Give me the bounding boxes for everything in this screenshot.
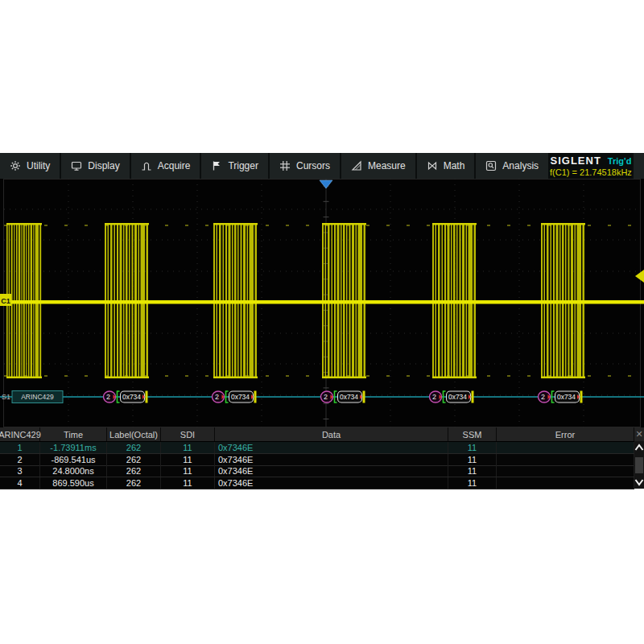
cell-data: 0x7346E — [215, 465, 448, 477]
table-scrollbar[interactable] — [634, 441, 644, 489]
cell-error — [497, 442, 634, 453]
page: UtilityDisplayAcquireTriggerCursorsMeasu… — [0, 0, 644, 644]
menu-bar: UtilityDisplayAcquireTriggerCursorsMeasu… — [0, 153, 644, 179]
table-header-row: ARINC429TimeLabel(Octal)SDIDataSSMError — [0, 427, 634, 442]
cell-error — [497, 477, 634, 489]
svg-text:ARINC429: ARINC429 — [21, 393, 54, 401]
menu-item-measure[interactable]: Measure — [341, 153, 417, 179]
acquire-wave-icon — [141, 160, 152, 171]
flag-icon — [211, 160, 222, 171]
cell-label: 262 — [107, 454, 161, 465]
svg-text:0x734: 0x734 — [340, 393, 358, 401]
svg-text:2: 2 — [432, 393, 436, 401]
menu-item-analysis[interactable]: Analysis — [476, 153, 550, 179]
decode-result-table: ARINC429TimeLabel(Octal)SDIDataSSMError … — [0, 427, 644, 489]
frequency-readout: f(C1) = 21.74518kHz — [550, 167, 632, 177]
cell-num: 4 — [0, 477, 40, 489]
table-row[interactable]: 324.8000ns262110x7346E11 — [0, 465, 634, 477]
cell-num: 2 — [0, 454, 40, 465]
cell-data: 0x7346E — [215, 442, 448, 453]
column-header-sdi[interactable]: SDI — [161, 427, 215, 441]
cell-ssm: 11 — [448, 465, 497, 477]
cell-ssm: 11 — [448, 454, 497, 465]
menu-item-label: Math — [444, 160, 465, 171]
menu-item-math[interactable]: Math — [417, 153, 477, 179]
menu-item-label: Trigger — [228, 160, 258, 171]
svg-text:0x734: 0x734 — [122, 393, 141, 401]
bowtie-math-icon — [427, 160, 438, 171]
table-row[interactable]: 2-869.541us262110x7346E11 — [0, 454, 634, 466]
cell-sdi: 11 — [161, 454, 215, 465]
menu-item-cursors[interactable]: Cursors — [270, 153, 341, 179]
chevron-up-icon[interactable] — [634, 441, 644, 454]
siglent-logo: SIGLENT — [551, 155, 601, 167]
decode-source-label: S1 — [2, 393, 10, 401]
monitor-icon — [71, 160, 82, 171]
menu-item-utility[interactable]: Utility — [0, 153, 61, 179]
cell-sdi: 11 — [161, 465, 215, 477]
menu-item-trigger[interactable]: Trigger — [201, 153, 270, 179]
cell-ssm: 11 — [448, 477, 497, 489]
cell-error — [497, 454, 634, 465]
menu-item-acquire[interactable]: Acquire — [131, 153, 202, 179]
column-header-arinc429[interactable]: ARINC429 — [0, 427, 40, 441]
menu-item-display[interactable]: Display — [61, 153, 130, 179]
cell-ssm: 11 — [448, 442, 497, 453]
column-header-time[interactable]: Time — [40, 427, 107, 441]
decode-frame[interactable]: 20x734 — [321, 391, 365, 403]
decode-frame[interactable]: 20x734 — [430, 391, 474, 403]
grid-cursors-icon — [279, 160, 291, 171]
cell-time: 869.590us — [40, 477, 107, 489]
waveform-display[interactable]: C1S1ARINC42920x73420x73420x73420x73420x7… — [0, 179, 644, 427]
table-row[interactable]: 1-1.73911ms262110x7346E11 — [0, 442, 634, 454]
svg-text:2: 2 — [324, 393, 328, 401]
cell-time: -1.73911ms — [40, 442, 107, 453]
svg-text:2: 2 — [541, 393, 545, 401]
cell-label: 262 — [107, 465, 161, 477]
trace-baseline — [0, 300, 644, 304]
magnifier-doc-icon — [485, 160, 497, 171]
oscilloscope-screen: UtilityDisplayAcquireTriggerCursorsMeasu… — [0, 153, 644, 489]
cell-sdi: 11 — [161, 442, 215, 453]
cell-data: 0x7346E — [215, 477, 448, 489]
scrollbar-thumb[interactable] — [635, 457, 643, 473]
cell-label: 262 — [107, 477, 161, 489]
channel-c1-label[interactable]: C1 — [0, 294, 11, 306]
svg-text:2: 2 — [106, 393, 110, 401]
column-header-ssm[interactable]: SSM — [448, 427, 497, 441]
ruler-triangle-icon — [351, 160, 362, 171]
cell-num: 1 — [0, 442, 40, 453]
cell-num: 3 — [0, 465, 40, 477]
svg-text:0x734: 0x734 — [231, 393, 250, 401]
menu-item-label: Measure — [368, 160, 406, 171]
svg-text:0x734: 0x734 — [557, 393, 576, 401]
menu-item-label: Acquire — [158, 160, 191, 171]
column-header-data[interactable]: Data — [215, 427, 448, 441]
arinc429-config-button[interactable]: ARINC429 CONFIG — [634, 153, 644, 179]
trigger-status-badge: Trig'd — [608, 156, 632, 166]
table-row[interactable]: 4869.590us262110x7346E11 — [0, 477, 634, 489]
gear-icon — [10, 160, 21, 171]
decode-frame[interactable]: 20x734 — [213, 391, 257, 403]
close-icon[interactable]: ✕ — [634, 427, 644, 441]
decode-bus-label[interactable]: ARINC429 — [12, 391, 63, 403]
column-header-error[interactable]: Error — [497, 427, 634, 441]
cell-time: -869.541us — [40, 454, 107, 465]
svg-text:0x734: 0x734 — [448, 393, 467, 401]
menu-item-label: Display — [88, 160, 119, 171]
cell-data: 0x7346E — [215, 454, 448, 465]
decode-frame[interactable]: 20x734 — [539, 391, 583, 403]
decode-frame[interactable]: 20x734 — [104, 391, 148, 403]
cell-time: 24.8000ns — [40, 465, 107, 477]
menu-item-label: Analysis — [502, 160, 539, 171]
svg-text:2: 2 — [215, 393, 219, 401]
svg-text:C1: C1 — [1, 297, 10, 305]
cell-sdi: 11 — [161, 477, 215, 489]
menu-item-label: Cursors — [296, 160, 330, 171]
column-header-label-octal-[interactable]: Label(Octal) — [107, 427, 161, 441]
cell-label: 262 — [107, 442, 161, 453]
status-block: SIGLENT Trig'd f(C1) = 21.74518kHz — [550, 153, 634, 179]
menu-item-label: Utility — [27, 160, 50, 171]
cell-error — [497, 465, 634, 477]
chevron-down-icon[interactable] — [634, 476, 644, 489]
